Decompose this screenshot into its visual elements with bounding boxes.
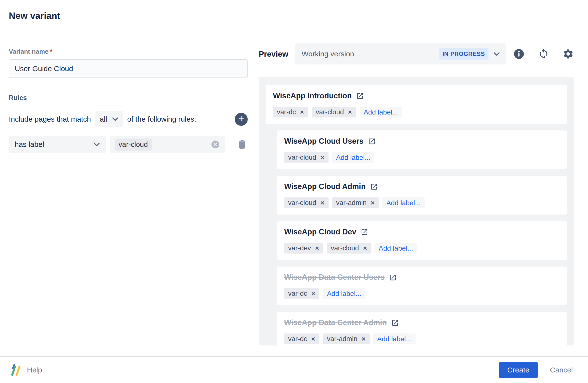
remove-label-icon[interactable]: ✕	[361, 337, 366, 341]
required-asterisk: *	[50, 48, 52, 55]
chevron-down-icon	[94, 142, 100, 147]
page-label-pill: var-admin✕	[323, 334, 369, 344]
page-title: WiseApp Introduction	[273, 91, 352, 100]
add-label-button[interactable]: Add label...	[360, 107, 402, 117]
trash-icon[interactable]	[236, 138, 248, 151]
cancel-button[interactable]: Cancel	[550, 366, 573, 374]
label-text: var-dc	[288, 290, 307, 297]
label-text: var-cloud	[331, 244, 359, 252]
page-card: WiseApp Data Center Adminvar-dc✕var-admi…	[277, 312, 567, 345]
preview-section: Preview Working version IN PROGRESS	[259, 32, 574, 356]
page-label-pill: var-dc✕	[284, 334, 319, 344]
create-button[interactable]: Create	[499, 362, 538, 378]
preview-page-list: WiseApp Introductionvar-dc✕var-cloud✕Add…	[266, 85, 567, 345]
match-mode-value: all	[100, 115, 107, 123]
dialog-body: Variant name* User Guide Cloud Rules Inc…	[0, 32, 588, 356]
page-title-row: WiseApp Introduction	[273, 91, 560, 100]
rules-match-row: Include pages that match all of the foll…	[9, 111, 248, 127]
rule-condition-select[interactable]: has label	[9, 136, 106, 153]
rule-value-field[interactable]: var-cloud	[110, 136, 225, 153]
page-card: WiseApp Cloud Adminvar-cloud✕var-admin✕A…	[277, 176, 567, 215]
variant-name-input[interactable]: User Guide Cloud	[9, 59, 248, 78]
page-title-row: WiseApp Data Center Users	[284, 273, 560, 282]
page-label-pill: var-dc✕	[284, 288, 319, 299]
add-label-button[interactable]: Add label...	[332, 152, 374, 163]
remove-label-icon[interactable]: ✕	[315, 246, 319, 251]
clear-circle-icon	[211, 140, 220, 149]
page-labels: var-dev✕var-cloud✕Add label...	[284, 243, 560, 253]
version-select[interactable]: Working version IN PROGRESS	[295, 44, 506, 65]
remove-label-icon[interactable]: ✕	[320, 155, 325, 160]
external-link-icon[interactable]	[389, 274, 397, 281]
rules-heading: Rules	[9, 94, 248, 102]
label-text: var-cloud	[315, 108, 344, 116]
page-card: WiseApp Cloud Usersvar-cloud✕Add label..…	[277, 131, 567, 169]
remove-label-icon[interactable]: ✕	[370, 200, 375, 205]
variant-name-label-text: Variant name	[9, 48, 48, 55]
page-labels: var-dc✕var-admin✕Add label...	[284, 334, 560, 344]
label-text: var-dev	[288, 244, 311, 252]
variant-name-value: User Guide Cloud	[15, 65, 73, 73]
variant-form: Variant name* User Guide Cloud Rules Inc…	[9, 32, 248, 356]
label-text: var-dc	[277, 108, 296, 116]
status-badge: IN PROGRESS	[439, 48, 488, 60]
page-title: WiseApp Cloud Users	[284, 137, 364, 146]
remove-label-icon[interactable]: ✕	[311, 291, 315, 296]
page-title: WiseApp Data Center Admin	[284, 318, 387, 327]
gear-icon[interactable]	[563, 48, 574, 60]
plus-icon: +	[238, 114, 244, 124]
trash-glyph	[236, 138, 248, 151]
page-label-pill: var-admin✕	[332, 197, 379, 208]
remove-label-icon[interactable]: ✕	[300, 110, 304, 115]
page-label-pill: var-cloud✕	[284, 197, 329, 208]
label-text: var-admin	[336, 199, 367, 207]
label-text: var-cloud	[288, 199, 316, 207]
refresh-icon[interactable]	[538, 48, 549, 60]
add-label-button[interactable]: Add label...	[375, 243, 417, 253]
rule-condition-value: has label	[15, 140, 44, 149]
external-link-icon[interactable]	[391, 319, 399, 327]
version-name: Working version	[302, 50, 354, 58]
gear-glyph	[563, 48, 574, 60]
page-title: WiseApp Data Center Users	[284, 273, 385, 282]
external-link-icon[interactable]	[370, 183, 378, 191]
add-label-button[interactable]: Add label...	[382, 197, 425, 208]
dialog-footer: Help Create Cancel	[0, 356, 588, 383]
preview-header: Preview Working version IN PROGRESS	[259, 44, 574, 65]
external-link-icon[interactable]	[368, 137, 376, 145]
footer-actions: Create Cancel	[499, 362, 573, 378]
label-text: var-cloud	[288, 154, 316, 161]
variant-name-label: Variant name*	[9, 48, 248, 55]
page-labels: var-cloud✕var-admin✕Add label...	[284, 197, 560, 208]
remove-label-icon[interactable]: ✕	[320, 200, 325, 205]
preview-panel: WiseApp Introductionvar-dc✕var-cloud✕Add…	[259, 77, 574, 345]
info-icon[interactable]	[513, 48, 525, 60]
rule-row: has label var-cloud	[9, 136, 248, 153]
help-link[interactable]: Help	[11, 364, 42, 376]
match-suffix-text: of the following rules:	[127, 115, 196, 123]
add-label-button[interactable]: Add label...	[373, 334, 416, 344]
remove-label-icon[interactable]: ✕	[363, 246, 367, 251]
clear-icon[interactable]	[210, 139, 220, 150]
page-card: WiseApp Introductionvar-dc✕var-cloud✕Add…	[266, 85, 567, 124]
label-text: var-admin	[327, 335, 357, 343]
page-label-pill: var-cloud✕	[284, 152, 329, 163]
page-title-row: WiseApp Data Center Admin	[284, 318, 560, 327]
match-mode-select[interactable]: all	[95, 111, 123, 127]
refresh-glyph	[538, 48, 549, 60]
remove-label-icon[interactable]: ✕	[311, 337, 315, 341]
external-link-icon[interactable]	[361, 228, 368, 236]
page-title: New variant	[9, 11, 60, 21]
page-title: WiseApp Cloud Admin	[284, 182, 366, 191]
external-link-icon[interactable]	[356, 92, 364, 100]
add-rule-button[interactable]: +	[235, 113, 248, 126]
add-label-button[interactable]: Add label...	[323, 288, 365, 299]
dialog-header: New variant	[0, 0, 588, 32]
page-title-row: WiseApp Cloud Users	[284, 137, 560, 146]
remove-label-icon[interactable]: ✕	[348, 110, 352, 115]
page-label-pill: var-dev✕	[284, 243, 323, 253]
page-card: WiseApp Data Center Usersvar-dc✕Add labe…	[277, 267, 567, 305]
chevron-down-icon	[112, 117, 118, 121]
rule-value-pill: var-cloud	[115, 138, 152, 151]
page-title-row: WiseApp Cloud Dev	[284, 227, 560, 236]
